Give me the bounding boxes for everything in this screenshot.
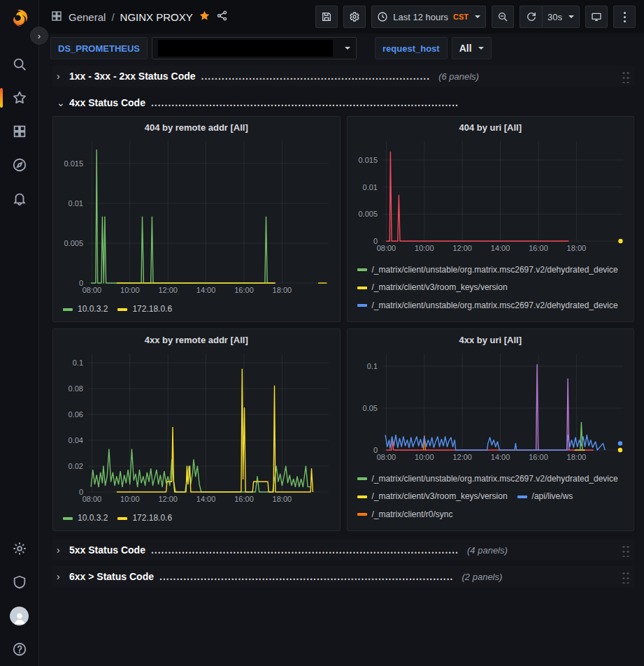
legend-item[interactable]: 172.18.0.6 (117, 303, 172, 315)
svg-text:10:00: 10:00 (120, 495, 140, 503)
legend-item[interactable]: 10.0.3.2 (63, 303, 108, 315)
legend-item[interactable]: /_matrix/client/r0/sync (357, 509, 453, 521)
user-avatar[interactable] (6, 602, 34, 630)
configuration-gear-icon[interactable] (6, 535, 34, 563)
help-icon[interactable] (6, 635, 34, 663)
svg-text:14:00: 14:00 (196, 286, 216, 294)
legend-item[interactable]: /_matrix/client/v3/room_keys/version (357, 317, 508, 319)
variable-request-host-label[interactable]: request_host (375, 37, 448, 59)
grafana-logo-icon[interactable] (9, 8, 30, 29)
legend-item[interactable]: /_matrix/client/v3/room_keys/version (357, 282, 508, 294)
svg-text:10:00: 10:00 (415, 453, 434, 461)
row-leader-dots: ........................................… (151, 544, 459, 556)
breadcrumb-folder[interactable]: General (69, 11, 106, 23)
server-admin-shield-icon[interactable] (6, 568, 34, 596)
row-4xx[interactable]: ⌄ 4xx Status Code ......................… (52, 92, 634, 113)
row-1xx-3xx-2xx[interactable]: › 1xx - 3xx - 2xx Status Code ..........… (52, 66, 634, 87)
row-panel-count: (4 panels) (467, 545, 508, 556)
svg-text:0.005: 0.005 (358, 210, 378, 218)
chevron-down-icon (478, 47, 484, 50)
svg-text:16:00: 16:00 (529, 244, 548, 252)
variable-request-host-select[interactable]: All (452, 37, 492, 59)
refresh-interval-label: 30s (548, 12, 562, 22)
refresh-interval-select[interactable]: 30s (542, 6, 580, 28)
alerting-bell-icon[interactable] (6, 184, 34, 212)
row-6xx[interactable]: › 6xx > Status Code ....................… (52, 566, 634, 587)
legend-item[interactable]: /_matrix/client/unstable/org.matrix.msc2… (357, 300, 618, 312)
panel-title[interactable]: 4xx by remote addr [All] (59, 333, 334, 348)
timezone-label: CST (453, 13, 468, 21)
variable-ds-prometheus-select[interactable] (152, 37, 357, 59)
more-options-button[interactable] (613, 6, 636, 28)
timeseries-chart[interactable]: 08:0010:0012:0014:0016:0018:0000.0050.01… (59, 136, 334, 296)
timeseries-chart[interactable]: 08:0010:0012:0014:0016:0018:0000.0050.01… (353, 136, 629, 254)
dashboards-icon[interactable] (6, 117, 34, 145)
legend-item[interactable]: /api/live/ws (517, 491, 573, 502)
chevron-down-icon (475, 15, 480, 18)
row-5xx[interactable]: › 5xx Status Code ......................… (52, 540, 634, 560)
dashboard-title[interactable]: NGINX PROXY (120, 11, 193, 23)
open-menu-button[interactable]: › (30, 27, 48, 45)
svg-text:08:00: 08:00 (83, 495, 102, 503)
timeseries-chart[interactable]: 08:0010:0012:0014:0016:0018:0000.020.040… (59, 348, 334, 505)
legend-label: 10.0.3.2 (78, 303, 108, 315)
svg-text:14:00: 14:00 (490, 453, 510, 461)
svg-text:16:00: 16:00 (234, 286, 254, 294)
row-leader-dots: ........................................… (201, 71, 431, 82)
zoom-out-icon (497, 11, 508, 22)
panel-title[interactable]: 404 by remote addr [All] (59, 121, 334, 136)
panel-title[interactable]: 404 by uri [All] (353, 121, 629, 136)
redacted-value (158, 40, 333, 57)
chart-legend: /_matrix/client/unstable/org.matrix.msc2… (353, 260, 629, 319)
legend-label: /_matrix/client/unstable/org.matrix.msc2… (372, 300, 618, 312)
legend-label: /_matrix/client/v3/room_keys/version (372, 317, 508, 319)
row-panel-count: (6 panels) (438, 71, 479, 82)
panel-4xx-by-uri: 4xx by uri [All] 08:0010:0012:0014:0016:… (347, 328, 635, 531)
legend-item[interactable]: /sw.js (517, 317, 552, 319)
legend-item[interactable]: 10.0.3.2 (63, 512, 108, 524)
chevron-down-icon (568, 15, 574, 18)
tv-mode-button[interactable] (585, 6, 608, 28)
variable-ds-prometheus-label[interactable]: DS_PROMETHEUS (50, 37, 148, 59)
svg-text:0.015: 0.015 (64, 159, 83, 168)
drag-handle-icon[interactable] (621, 570, 630, 584)
legend-item[interactable]: /_matrix/client/unstable/org.matrix.msc2… (357, 526, 618, 528)
legend-swatch-icon (117, 308, 127, 311)
legend-item[interactable]: /_matrix/client/unstable/org.matrix.msc2… (357, 264, 618, 276)
legend-label: /_matrix/client/unstable/org.matrix.msc2… (372, 264, 618, 276)
svg-text:14:00: 14:00 (490, 244, 510, 252)
svg-text:12:00: 12:00 (158, 286, 178, 294)
chart-legend: 10.0.3.2172.18.0.6 (59, 300, 334, 319)
row-title: 5xx Status Code (69, 544, 145, 556)
legend-label: /_matrix/client/unstable/org.matrix.msc2… (372, 526, 618, 528)
panel-title[interactable]: 4xx by uri [All] (353, 333, 629, 348)
svg-text:12:00: 12:00 (158, 495, 178, 503)
legend-label: /_matrix/client/v3/room_keys/version (372, 491, 508, 502)
legend-item[interactable]: /_matrix/client/unstable/org.matrix.msc2… (357, 473, 618, 485)
gear-icon (349, 11, 360, 22)
refresh-button[interactable] (520, 6, 542, 28)
drag-handle-icon[interactable] (621, 544, 630, 557)
legend-item[interactable]: 172.18.0.6 (117, 512, 172, 524)
kebab-menu-icon (624, 16, 626, 18)
svg-text:0.01: 0.01 (362, 183, 377, 191)
timeseries-chart[interactable]: 08:0010:0012:0014:0016:0018:0000.050.1 (353, 348, 629, 463)
legend-item[interactable]: /_matrix/client/v3/room_keys/version (357, 491, 508, 502)
explore-compass-icon[interactable] (6, 151, 34, 179)
zoom-out-time-button[interactable] (492, 6, 514, 28)
svg-text:0: 0 (79, 488, 83, 496)
svg-text:10:00: 10:00 (415, 244, 434, 252)
legend-swatch-icon (63, 308, 73, 311)
drag-handle-icon[interactable] (621, 70, 630, 83)
save-dashboard-button[interactable] (315, 6, 338, 28)
svg-text:18:00: 18:00 (566, 244, 586, 252)
starred-dashboards-icon[interactable] (6, 84, 34, 112)
favorite-star-icon[interactable] (199, 10, 210, 24)
svg-text:0.08: 0.08 (69, 384, 83, 393)
dashboard-settings-button[interactable] (343, 6, 366, 28)
chevron-down-icon: ⌄ (57, 97, 64, 108)
share-icon[interactable] (216, 10, 228, 24)
time-range-picker[interactable]: Last 12 hours CST (371, 6, 486, 28)
legend-swatch-icon (357, 495, 367, 498)
search-icon[interactable] (6, 50, 34, 78)
